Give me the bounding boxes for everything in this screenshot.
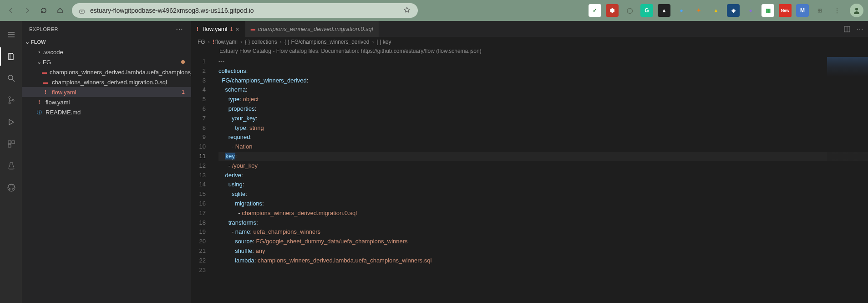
folder-.vscode[interactable]: ›.vscode [22,47,191,57]
yaml-warning-icon: ! [42,88,49,96]
extension-blue-icon[interactable]: ● [675,4,688,17]
extension-fox-icon[interactable]: ✦ [692,4,705,17]
sidebar-more-icon[interactable]: ⋯ [176,25,184,33]
svg-rect-9 [8,144,11,147]
file-name: README.md [46,109,81,116]
source-control-icon[interactable] [0,91,22,109]
back-button [5,4,17,17]
tab-champions-winners-derived-migration-0-sql[interactable]: ▬champions_winners_derived.migration.0.s… [245,21,379,37]
breadcrumb-segment[interactable]: !flow.yaml [213,39,238,45]
workspace-root[interactable]: ⌄ FLOW [22,37,191,47]
editor-group: !flow.yaml1×▬champions_winners_derived.m… [191,21,868,303]
breadcrumbs[interactable]: FG›!flow.yaml›{ } collections›{ } FG/cha… [191,37,868,47]
database-icon: ▬ [251,26,255,31]
explorer-sidebar: EXPLORER ⋯ ⌄ FLOW ›.vscode⌄FG▬champions_… [22,21,191,303]
extension-sheet-icon[interactable]: ▦ [761,4,774,17]
file-item[interactable]: ⓘREADME.md [22,107,191,117]
tab-label: flow.yaml [203,26,227,32]
profile-avatar[interactable] [850,4,863,17]
svg-point-2 [855,8,858,10]
forward-button [21,4,34,17]
url-text: estuary-flowgitpodbase-w4962xmsog8.ws-us… [90,7,399,14]
file-name: flow.yaml [52,89,76,96]
bookmark-star-icon[interactable] [403,6,411,15]
split-editor-icon[interactable] [843,26,851,33]
extension-grammarly-icon[interactable]: G [640,4,653,17]
file-name: champions_winners_derived.migration.0.sq… [52,79,167,86]
problem-count: 1 [230,26,233,32]
svg-point-5 [9,102,10,104]
file-tree: ›.vscode⌄FG▬champions_winners_derived.la… [22,47,191,117]
run-debug-icon[interactable] [0,113,22,131]
code-editor[interactable]: 1234567891011121314151617181920212223 --… [191,57,868,303]
line-gutter: 1234567891011121314151617181920212223 [191,57,213,303]
svg-point-1 [81,11,82,12]
extension-arc-icon[interactable]: ◈ [727,4,740,17]
extension-drive-icon[interactable]: ▲ [710,4,722,17]
folder-FG[interactable]: ⌄FG [22,57,191,67]
extensions-icon[interactable] [0,135,22,153]
breadcrumb-segment[interactable]: { } collections [245,39,277,45]
extension-m-icon[interactable]: M [796,4,809,17]
address-bar[interactable]: estuary-flowgitpodbase-w4962xmsog8.ws-us… [72,3,418,18]
root-folder-name: FLOW [31,39,46,45]
search-icon[interactable] [0,69,22,87]
file-name: FG [43,59,51,66]
browser-toolbar: estuary-flowgitpodbase-w4962xmsog8.ws-us… [0,0,868,21]
file-item[interactable]: !flow.yaml [22,97,191,107]
tab-bar: !flow.yaml1×▬champions_winners_derived.m… [191,21,868,37]
extension-menu-icon[interactable]: ⋮ [831,4,843,17]
svg-point-4 [9,97,10,98]
file-name: .vscode [43,49,63,56]
schema-banner: Estuary Flow Catalog - Flow catalog file… [191,47,868,57]
file-item[interactable]: !flow.yaml1 [22,87,191,97]
site-settings-icon[interactable] [78,7,86,14]
explorer-icon[interactable] [0,47,22,66]
info-icon: ⓘ [36,108,43,116]
modified-dot-icon [181,60,185,64]
tab-label: champions_winners_derived.migration.0.sq… [258,26,373,32]
sidebar-header: EXPLORER ⋯ [22,21,191,37]
yaml-warning-icon: ! [197,26,198,32]
minimap[interactable] [827,57,868,303]
close-icon[interactable]: × [236,26,239,33]
tab-flow-yaml[interactable]: !flow.yaml1× [191,21,245,37]
chevron-down-icon: ⌄ [24,39,31,45]
menu-icon[interactable] [0,26,22,44]
problem-count: 1 [182,89,185,95]
code-content[interactable]: ---collections: FG/champions_winners_der… [213,57,868,303]
extension-new-icon[interactable]: New [779,4,792,17]
activity-bar [0,21,22,303]
file-item[interactable]: ▬champions_winners_derived.migration.0.s… [22,77,191,87]
reload-button[interactable] [37,4,50,17]
yaml-warning-icon: ! [36,98,43,106]
svg-rect-7 [8,141,11,144]
testing-icon[interactable] [0,157,22,175]
editor-actions: ⋯ [843,21,868,37]
breadcrumb-segment[interactable]: [ ] key [377,39,391,45]
github-icon[interactable] [0,179,22,197]
breadcrumb-segment[interactable]: { } FG/champions_winners_derived [284,39,370,45]
sidebar-title: EXPLORER [29,26,58,32]
database-icon: ▬ [42,78,49,86]
extension-dark-icon[interactable]: ▲ [658,4,670,17]
svg-point-3 [8,75,13,80]
breadcrumb-segment[interactable]: FG [198,39,205,45]
extension-ublock-icon[interactable]: ⬢ [606,4,619,17]
file-name: flow.yaml [46,99,70,106]
home-button[interactable] [54,4,66,17]
editor-more-icon[interactable]: ⋯ [856,25,863,33]
extension-sync-icon[interactable]: ◯ [623,4,636,17]
svg-rect-8 [12,141,15,144]
extension-check-icon[interactable]: ✓ [589,4,601,17]
svg-point-6 [12,99,14,101]
database-icon: ▬ [42,68,47,76]
file-item[interactable]: ▬champions_winners_derived.lambda.uefa_c… [22,67,191,77]
extension-ext-icon[interactable]: ⊞ [813,4,826,17]
extension-purple-icon[interactable]: ● [744,4,757,17]
